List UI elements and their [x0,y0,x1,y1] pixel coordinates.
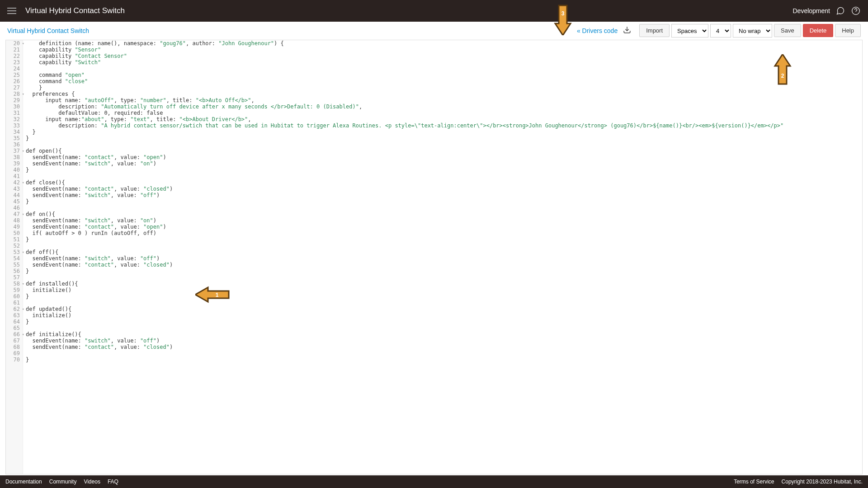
footer-faq-link[interactable]: FAQ [108,479,118,485]
wrap-select[interactable]: No wrap [733,24,772,38]
save-button[interactable]: Save [774,24,801,37]
help-button[interactable]: Help [835,24,861,37]
chat-icon[interactable] [835,6,845,16]
footer-community-link[interactable]: Community [49,479,77,485]
indent-size-select[interactable]: 4 [710,24,731,38]
footer-right: Terms of Service Copyright 2018-2023 Hub… [734,479,863,485]
code-editor[interactable]: 2021222324252627282930313233343536373839… [5,40,863,474]
indent-mode-select[interactable]: Spaces [671,24,708,38]
line-gutter: 2021222324252627282930313233343536373839… [6,40,23,474]
drivers-code-link[interactable]: « Drivers code [577,27,618,34]
app-header: Virtual Hybrid Contact Switch Developmen… [0,0,868,22]
download-icon[interactable] [623,26,631,35]
footer-doc-link[interactable]: Documentation [5,479,42,485]
menu-icon[interactable] [7,8,16,14]
copyright: Copyright 2018-2023 Hubitat, Inc. [782,479,863,485]
editor-toolbar: Virtual Hybrid Contact Switch « Drivers … [0,22,868,40]
development-label[interactable]: Development [793,7,830,14]
footer: Documentation Community Videos FAQ Terms… [0,475,868,488]
footer-videos-link[interactable]: Videos [84,479,100,485]
breadcrumb[interactable]: Virtual Hybrid Contact Switch [7,27,89,34]
delete-button[interactable]: Delete [803,24,834,37]
svg-point-0 [852,7,860,15]
tos-link[interactable]: Terms of Service [734,479,774,485]
footer-links: Documentation Community Videos FAQ [5,479,118,485]
code-content[interactable]: definition (name: name(), namespace: "go… [26,40,862,474]
import-button[interactable]: Import [639,24,670,37]
page-title: Virtual Hybrid Contact Switch [25,6,793,15]
help-icon[interactable] [851,6,861,16]
header-right: Development [793,6,861,16]
